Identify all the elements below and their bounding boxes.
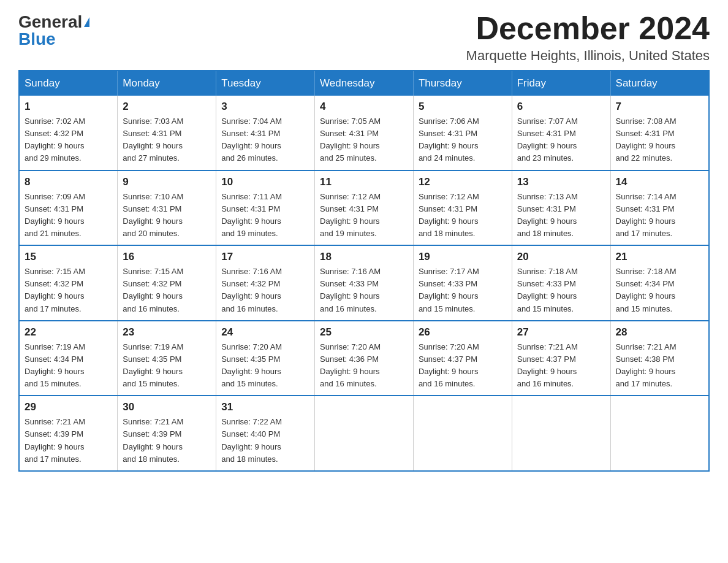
day-info: Sunrise: 7:18 AM Sunset: 4:33 PM Dayligh…: [517, 266, 605, 315]
day-info: Sunrise: 7:21 AM Sunset: 4:37 PM Dayligh…: [517, 341, 605, 391]
day-number: 13: [517, 176, 605, 188]
day-number: 9: [123, 176, 211, 188]
day-info: Sunrise: 7:15 AM Sunset: 4:32 PM Dayligh…: [25, 266, 112, 315]
day-info: Sunrise: 7:18 AM Sunset: 4:34 PM Dayligh…: [616, 266, 703, 315]
day-number: 5: [419, 101, 507, 113]
day-info: Sunrise: 7:11 AM Sunset: 4:31 PM Dayligh…: [221, 191, 309, 240]
day-number: 11: [320, 176, 408, 188]
day-number: 12: [419, 176, 507, 188]
calendar-header-monday: Monday: [118, 71, 216, 96]
calendar-day-cell: 22 Sunrise: 7:19 AM Sunset: 4:34 PM Dayl…: [19, 321, 118, 396]
day-info: Sunrise: 7:21 AM Sunset: 4:39 PM Dayligh…: [25, 416, 112, 465]
calendar-header-saturday: Saturday: [610, 71, 709, 96]
month-title: December 2024: [466, 12, 710, 44]
day-info: Sunrise: 7:20 AM Sunset: 4:36 PM Dayligh…: [320, 341, 408, 391]
location-title: Marquette Heights, Illinois, United Stat…: [466, 48, 710, 64]
calendar-table: SundayMondayTuesdayWednesdayThursdayFrid…: [18, 70, 710, 472]
day-info: Sunrise: 7:14 AM Sunset: 4:31 PM Dayligh…: [616, 191, 703, 240]
logo-blue-text: Blue: [18, 29, 89, 49]
day-number: 17: [221, 251, 309, 263]
day-info: Sunrise: 7:07 AM Sunset: 4:31 PM Dayligh…: [517, 115, 605, 165]
day-number: 20: [517, 251, 605, 263]
calendar-day-cell: 3 Sunrise: 7:04 AM Sunset: 4:31 PM Dayli…: [216, 96, 315, 170]
day-number: 16: [123, 251, 211, 263]
day-info: Sunrise: 7:21 AM Sunset: 4:38 PM Dayligh…: [616, 341, 703, 391]
day-info: Sunrise: 7:16 AM Sunset: 4:32 PM Dayligh…: [221, 266, 309, 315]
calendar-day-cell: [512, 396, 610, 471]
calendar-day-cell: [315, 396, 414, 471]
day-number: 14: [616, 176, 703, 188]
calendar-day-cell: 28 Sunrise: 7:21 AM Sunset: 4:38 PM Dayl…: [610, 321, 709, 396]
calendar-day-cell: 14 Sunrise: 7:14 AM Sunset: 4:31 PM Dayl…: [610, 170, 709, 246]
day-info: Sunrise: 7:19 AM Sunset: 4:34 PM Dayligh…: [25, 341, 112, 391]
calendar-day-cell: 17 Sunrise: 7:16 AM Sunset: 4:32 PM Dayl…: [216, 245, 315, 321]
calendar-week-row: 29 Sunrise: 7:21 AM Sunset: 4:39 PM Dayl…: [19, 396, 709, 471]
calendar-header-wednesday: Wednesday: [315, 71, 414, 96]
calendar-day-cell: 19 Sunrise: 7:17 AM Sunset: 4:33 PM Dayl…: [413, 245, 512, 321]
calendar-day-cell: 10 Sunrise: 7:11 AM Sunset: 4:31 PM Dayl…: [216, 170, 315, 246]
day-info: Sunrise: 7:20 AM Sunset: 4:35 PM Dayligh…: [221, 341, 309, 391]
day-info: Sunrise: 7:13 AM Sunset: 4:31 PM Dayligh…: [517, 191, 605, 240]
title-section: December 2024 Marquette Heights, Illinoi…: [466, 12, 710, 64]
calendar-day-cell: 4 Sunrise: 7:05 AM Sunset: 4:31 PM Dayli…: [315, 96, 414, 170]
calendar-day-cell: 1 Sunrise: 7:02 AM Sunset: 4:32 PM Dayli…: [19, 96, 118, 170]
day-info: Sunrise: 7:22 AM Sunset: 4:40 PM Dayligh…: [221, 416, 309, 465]
day-info: Sunrise: 7:08 AM Sunset: 4:31 PM Dayligh…: [616, 115, 703, 165]
day-number: 31: [221, 401, 309, 413]
day-number: 8: [25, 176, 112, 188]
calendar-day-cell: 12 Sunrise: 7:12 AM Sunset: 4:31 PM Dayl…: [413, 170, 512, 246]
calendar-header-sunday: Sunday: [19, 71, 118, 96]
calendar-header-tuesday: Tuesday: [216, 71, 315, 96]
calendar-header-row: SundayMondayTuesdayWednesdayThursdayFrid…: [19, 71, 709, 96]
day-number: 2: [123, 101, 211, 113]
day-info: Sunrise: 7:05 AM Sunset: 4:31 PM Dayligh…: [320, 115, 408, 165]
day-info: Sunrise: 7:19 AM Sunset: 4:35 PM Dayligh…: [123, 341, 211, 391]
calendar-day-cell: 31 Sunrise: 7:22 AM Sunset: 4:40 PM Dayl…: [216, 396, 315, 471]
day-info: Sunrise: 7:04 AM Sunset: 4:31 PM Dayligh…: [221, 115, 309, 165]
day-number: 22: [25, 326, 112, 339]
calendar-day-cell: 11 Sunrise: 7:12 AM Sunset: 4:31 PM Dayl…: [315, 170, 414, 246]
day-number: 15: [25, 251, 112, 263]
day-number: 3: [221, 101, 309, 113]
day-info: Sunrise: 7:12 AM Sunset: 4:31 PM Dayligh…: [419, 191, 507, 240]
calendar-day-cell: 9 Sunrise: 7:10 AM Sunset: 4:31 PM Dayli…: [118, 170, 216, 246]
calendar-day-cell: 25 Sunrise: 7:20 AM Sunset: 4:36 PM Dayl…: [315, 321, 414, 396]
calendar-day-cell: 15 Sunrise: 7:15 AM Sunset: 4:32 PM Dayl…: [19, 245, 118, 321]
day-info: Sunrise: 7:10 AM Sunset: 4:31 PM Dayligh…: [123, 191, 211, 240]
calendar-day-cell: [610, 396, 709, 471]
day-number: 18: [320, 251, 408, 263]
calendar-day-cell: 13 Sunrise: 7:13 AM Sunset: 4:31 PM Dayl…: [512, 170, 610, 246]
calendar-day-cell: 20 Sunrise: 7:18 AM Sunset: 4:33 PM Dayl…: [512, 245, 610, 321]
day-info: Sunrise: 7:03 AM Sunset: 4:31 PM Dayligh…: [123, 115, 211, 165]
calendar-day-cell: 5 Sunrise: 7:06 AM Sunset: 4:31 PM Dayli…: [413, 96, 512, 170]
day-number: 19: [419, 251, 507, 263]
page-header: General Blue December 2024 Marquette Hei…: [18, 12, 710, 64]
calendar-header-thursday: Thursday: [413, 71, 512, 96]
day-number: 7: [616, 101, 703, 113]
day-number: 26: [419, 326, 507, 339]
day-info: Sunrise: 7:17 AM Sunset: 4:33 PM Dayligh…: [419, 266, 507, 315]
logo-triangle-icon: [84, 17, 89, 27]
day-number: 24: [221, 326, 309, 339]
day-number: 30: [123, 401, 211, 413]
day-number: 28: [616, 326, 703, 339]
day-info: Sunrise: 7:16 AM Sunset: 4:33 PM Dayligh…: [320, 266, 408, 315]
day-number: 4: [320, 101, 408, 113]
day-info: Sunrise: 7:06 AM Sunset: 4:31 PM Dayligh…: [419, 115, 507, 165]
day-number: 25: [320, 326, 408, 339]
day-info: Sunrise: 7:15 AM Sunset: 4:32 PM Dayligh…: [123, 266, 211, 315]
day-number: 6: [517, 101, 605, 113]
calendar-day-cell: 27 Sunrise: 7:21 AM Sunset: 4:37 PM Dayl…: [512, 321, 610, 396]
calendar-day-cell: 29 Sunrise: 7:21 AM Sunset: 4:39 PM Dayl…: [19, 396, 118, 471]
day-info: Sunrise: 7:09 AM Sunset: 4:31 PM Dayligh…: [25, 191, 112, 240]
calendar-day-cell: 24 Sunrise: 7:20 AM Sunset: 4:35 PM Dayl…: [216, 321, 315, 396]
calendar-day-cell: 2 Sunrise: 7:03 AM Sunset: 4:31 PM Dayli…: [118, 96, 216, 170]
calendar-day-cell: 18 Sunrise: 7:16 AM Sunset: 4:33 PM Dayl…: [315, 245, 414, 321]
calendar-day-cell: 16 Sunrise: 7:15 AM Sunset: 4:32 PM Dayl…: [118, 245, 216, 321]
day-info: Sunrise: 7:21 AM Sunset: 4:39 PM Dayligh…: [123, 416, 211, 465]
day-number: 1: [25, 101, 112, 113]
calendar-day-cell: 30 Sunrise: 7:21 AM Sunset: 4:39 PM Dayl…: [118, 396, 216, 471]
day-number: 10: [221, 176, 309, 188]
calendar-day-cell: 21 Sunrise: 7:18 AM Sunset: 4:34 PM Dayl…: [610, 245, 709, 321]
day-number: 23: [123, 326, 211, 339]
